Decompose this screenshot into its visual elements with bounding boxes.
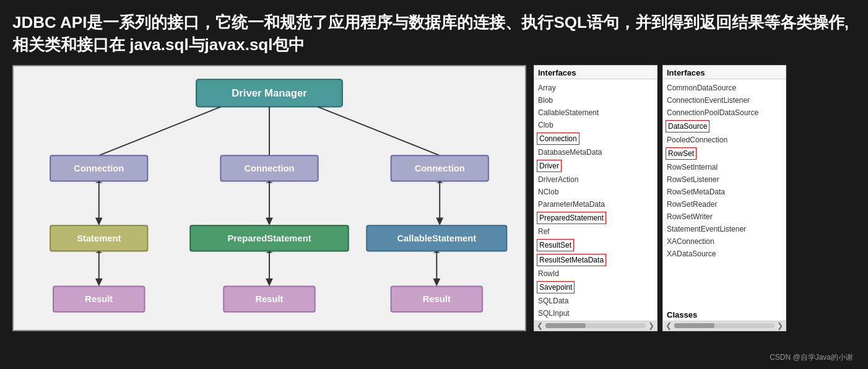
diagram-area: Driver Manager Connection Connection Con…	[12, 65, 526, 331]
svg-line-2	[99, 106, 221, 155]
list-item: Ref	[534, 225, 657, 238]
highlighted-item: PreparedStatement	[537, 212, 606, 224]
panel-item-label: StatementEventListener	[663, 224, 750, 234]
panel-item-label: ConnectionEventListener	[663, 95, 753, 105]
list-item: ResultSet	[534, 238, 657, 253]
svg-marker-27	[95, 279, 103, 287]
svg-text:Result: Result	[85, 294, 113, 304]
scroll-right-arrow[interactable]: ❯	[648, 321, 654, 330]
list-item: XADataSource	[663, 248, 786, 260]
panel-item-label: ConnectionPoolDataSource	[663, 108, 762, 118]
right-panel-content[interactable]: CommonDataSourceConnectionEventListenerC…	[663, 79, 786, 309]
panels-container: Interfaces ArrayBlobCallableStatementClo…	[534, 65, 856, 349]
highlighted-item: DataSource	[666, 120, 710, 132]
list-item: StatementEventListener	[663, 223, 786, 235]
panel-item-label: Ref	[534, 227, 553, 237]
page-title: JDBC API是一系列的接口，它统一和规范了应用程序与数据库的连接、执行SQL…	[12, 11, 856, 56]
svg-text:CallableStatement: CallableStatement	[397, 233, 476, 243]
scroll-left-arrow[interactable]: ❮	[537, 321, 543, 330]
panel-item-label: RowSetInternal	[663, 162, 721, 172]
panel-item-label: Blob	[534, 95, 557, 105]
watermark: CSDN @自学Java的小谢	[12, 352, 856, 363]
list-item: RowSetInternal	[663, 161, 786, 173]
svg-text:Result: Result	[255, 294, 283, 304]
list-item: SQLInput	[534, 307, 657, 319]
list-item: PreparedStatement	[534, 211, 657, 225]
panel-item-label: RowId	[534, 269, 563, 279]
panel-item-label: SQLData	[534, 296, 572, 306]
panel-item-label: RowSetMetaData	[663, 187, 729, 197]
highlighted-item: RowSet	[666, 147, 697, 160]
list-item: Array	[534, 82, 657, 94]
svg-line-4	[318, 106, 440, 155]
panel-item-label: Array	[534, 83, 560, 93]
list-item: Savepoint	[534, 280, 657, 295]
svg-marker-33	[433, 279, 440, 287]
panel-item-label: ParameterMetaData	[534, 199, 609, 209]
svg-text:Connection: Connection	[415, 163, 465, 173]
list-item: ParameterMetaData	[534, 198, 657, 211]
left-interface-panel: Interfaces ArrayBlobCallableStatementClo…	[534, 65, 658, 331]
list-item: SQLData	[534, 295, 657, 307]
svg-text:PreparedStatement: PreparedStatement	[227, 233, 311, 243]
list-item: RowSet	[663, 146, 786, 161]
classes-label: Classes	[663, 309, 786, 321]
list-item: RowSetReader	[663, 198, 786, 211]
panel-item-label: DriverAction	[534, 175, 582, 184]
main-container: JDBC API是一系列的接口，它统一和规范了应用程序与数据库的连接、执行SQL…	[0, 0, 868, 369]
panel-item-label: RowSetWriter	[663, 212, 716, 222]
list-item: ConnectionPoolDataSource	[663, 106, 786, 119]
highlighted-item: ResultSet	[537, 239, 574, 251]
panel-item-label: CommonDataSource	[663, 83, 740, 93]
list-item: Blob	[534, 94, 657, 106]
svg-text:Statement: Statement	[77, 233, 121, 243]
svg-text:Connection: Connection	[74, 163, 124, 173]
list-item: PooledConnection	[663, 134, 786, 146]
panel-item-label: XAConnection	[663, 237, 718, 246]
list-item: DatabaseMetaData	[534, 146, 657, 158]
panel-item-label: SQLInput	[534, 308, 573, 318]
panel-item-label: CallableStatement	[534, 108, 602, 118]
highlighted-item: ResultSetMetaData	[537, 254, 606, 266]
list-item: Connection	[534, 131, 657, 146]
left-panel-header: Interfaces	[534, 66, 657, 79]
scroll-left-arrow-right[interactable]: ❮	[666, 321, 672, 330]
list-item: Clob	[534, 119, 657, 131]
svg-text:Result: Result	[423, 294, 451, 304]
svg-marker-12	[95, 217, 103, 225]
list-item: Driver	[534, 158, 657, 173]
panel-item-label: XADataSource	[663, 249, 719, 259]
panel-item-label: Clob	[534, 120, 557, 130]
panel-item-label: DatabaseMetaData	[534, 147, 605, 157]
highlighted-item: Driver	[537, 160, 562, 172]
right-panel-header: Interfaces	[663, 66, 786, 79]
list-item: NClob	[534, 186, 657, 198]
list-item: CommonDataSource	[663, 82, 786, 94]
list-item: RowSetWriter	[663, 211, 786, 223]
right-panel-scrollbar[interactable]: ❮ ❯	[663, 321, 786, 331]
list-item: RowId	[534, 267, 657, 280]
left-panel-content[interactable]: ArrayBlobCallableStatementClobConnection…	[534, 79, 657, 321]
svg-marker-15	[266, 217, 273, 225]
panel-item-label: RowSetListener	[663, 175, 723, 184]
panel-item-label: NClob	[534, 187, 562, 197]
list-item: ResultSetMetaData	[534, 253, 657, 267]
list-item: DataSource	[663, 119, 786, 134]
list-item: CallableStatement	[534, 106, 657, 119]
svg-marker-18	[436, 217, 443, 225]
left-panel-scrollbar[interactable]: ❮ ❯	[534, 321, 657, 331]
right-interface-panel: Interfaces CommonDataSourceConnectionEve…	[662, 65, 786, 331]
highlighted-item: Savepoint	[537, 281, 575, 293]
content-row: Driver Manager Connection Connection Con…	[12, 65, 856, 349]
svg-text:Driver Manager: Driver Manager	[232, 87, 307, 99]
highlighted-item: Connection	[537, 132, 579, 145]
list-item: RowSetMetaData	[663, 186, 786, 198]
panel-item-label: RowSetReader	[663, 199, 721, 209]
list-item: RowSetListener	[663, 173, 786, 186]
list-item: XAConnection	[663, 235, 786, 248]
list-item: DriverAction	[534, 173, 657, 186]
scroll-right-arrow-right[interactable]: ❯	[777, 321, 783, 330]
list-item: ConnectionEventListener	[663, 94, 786, 106]
panel-item-label: PooledConnection	[663, 135, 731, 145]
svg-marker-30	[266, 279, 273, 287]
